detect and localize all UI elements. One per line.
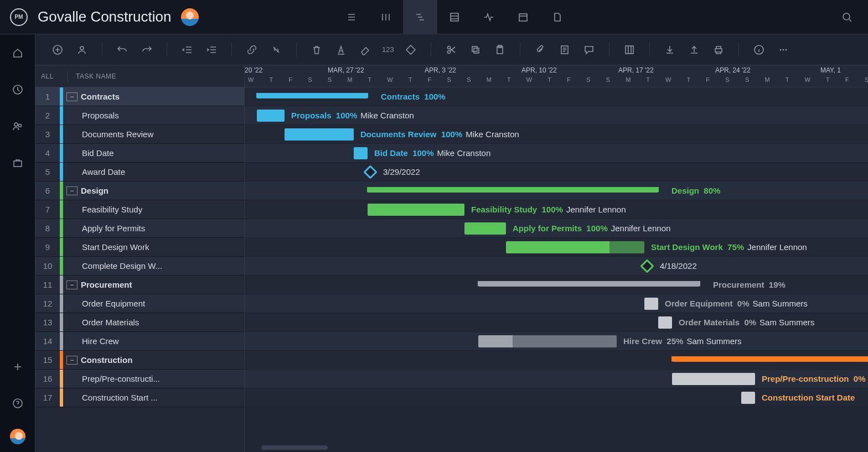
print-button[interactable] [707, 39, 730, 61]
comment-button[interactable] [578, 39, 600, 61]
horizontal-scrollbar[interactable] [261, 445, 328, 450]
team-button[interactable] [7, 115, 29, 137]
calendar-view-button[interactable] [506, 0, 540, 34]
task-row[interactable]: 2Proposals [35, 106, 244, 125]
gantt-chart[interactable]: ., 20 '22MAR, 27 '22APR, 3 '22APR, 10 '2… [245, 65, 868, 452]
info-button[interactable] [748, 39, 770, 61]
delete-button[interactable] [306, 39, 328, 61]
task-row[interactable]: 4Bid Date [35, 144, 244, 163]
gantt-row[interactable]: 4/18/2022 [245, 257, 868, 276]
task-row[interactable]: 10Complete Design W... [35, 257, 244, 276]
summary-bar[interactable] [368, 187, 658, 193]
more-button[interactable] [772, 39, 794, 61]
collapse-toggle[interactable]: − [66, 92, 78, 101]
gantt-row[interactable]: Contracts 100% [245, 87, 868, 106]
sheet-view-button[interactable] [437, 0, 472, 34]
indent-button[interactable] [200, 39, 223, 61]
paste-button[interactable] [489, 39, 511, 61]
files-view-button[interactable] [540, 0, 575, 34]
task-row[interactable]: 8Apply for Permits [35, 219, 244, 238]
summary-bar[interactable] [478, 281, 700, 287]
outdent-button[interactable] [176, 39, 198, 61]
collapse-toggle[interactable]: − [66, 186, 78, 195]
summary-bar[interactable] [672, 356, 868, 362]
collapse-toggle[interactable]: − [66, 280, 78, 289]
gantt-row[interactable]: Order Equipment 0%Sam Summers [245, 294, 868, 313]
collapse-toggle[interactable]: − [66, 356, 78, 365]
task-bar[interactable] [672, 373, 755, 385]
number-format-button[interactable]: 123 [379, 39, 397, 61]
assign-button[interactable] [71, 39, 93, 61]
gantt-view-button[interactable] [403, 0, 437, 34]
project-title[interactable]: Govalle Construction [38, 8, 171, 25]
milestone-button[interactable] [400, 39, 422, 61]
task-row[interactable]: 17Construction Start ... [35, 388, 244, 407]
undo-button[interactable] [111, 39, 133, 61]
dashboard-view-button[interactable] [472, 0, 506, 34]
board-view-button[interactable] [369, 0, 403, 34]
gantt-row[interactable]: Hire Crew 25%Sam Summers [245, 332, 868, 351]
recent-button[interactable] [7, 79, 29, 101]
gantt-row[interactable] [245, 351, 868, 370]
milestone-marker[interactable] [363, 165, 377, 179]
task-row[interactable]: 7Feasibility Study [35, 200, 244, 219]
list-view-button[interactable] [334, 0, 369, 34]
redo-button[interactable] [136, 39, 158, 61]
select-all-header[interactable]: ALL [41, 72, 60, 80]
gantt-row[interactable]: Documents Review 100%Mike Cranston [245, 125, 868, 144]
task-bar[interactable] [464, 222, 506, 235]
link-button[interactable] [241, 39, 263, 61]
attach-button[interactable] [529, 39, 551, 61]
summary-bar[interactable] [257, 93, 368, 98]
milestone-marker[interactable] [640, 259, 654, 273]
gantt-row[interactable]: Proposals 100%Mike Cranston [245, 106, 868, 125]
task-bar[interactable] [285, 128, 354, 141]
task-bar[interactable] [354, 147, 368, 159]
gantt-row[interactable]: Construction Start Date [245, 388, 868, 407]
task-row[interactable]: 16Prep/Pre-constructi... [35, 370, 244, 388]
task-bar[interactable] [257, 110, 285, 122]
task-name-header[interactable]: TASK NAME [76, 72, 116, 80]
search-button[interactable] [836, 6, 858, 28]
task-row[interactable]: 3Documents Review [35, 125, 244, 144]
project-avatar[interactable] [181, 8, 199, 26]
home-button[interactable] [7, 42, 29, 64]
gantt-row[interactable]: Prep/Pre-construction 0% [245, 370, 868, 388]
gantt-row[interactable]: Procurement 19% [245, 276, 868, 294]
task-bar[interactable] [644, 298, 658, 310]
help-button[interactable] [7, 392, 29, 414]
gantt-row[interactable]: Apply for Permits 100%Jennifer Lennon [245, 219, 868, 238]
task-bar[interactable] [506, 241, 644, 253]
task-row[interactable]: 9Start Design Work [35, 238, 244, 257]
task-row[interactable]: 13Order Materials [35, 313, 244, 332]
gantt-row[interactable]: Design 80% [245, 181, 868, 200]
notes-button[interactable] [554, 39, 576, 61]
task-row[interactable]: 12Order Equipment [35, 294, 244, 313]
user-avatar[interactable] [10, 429, 25, 444]
gantt-row[interactable]: Feasibility Study 100%Jennifer Lennon [245, 200, 868, 219]
task-row[interactable]: 14Hire Crew [35, 332, 244, 351]
gantt-timeline-header[interactable]: ., 20 '22MAR, 27 '22APR, 3 '22APR, 10 '2… [245, 65, 868, 87]
task-bar[interactable] [368, 204, 464, 216]
gantt-body[interactable]: Contracts 100%Proposals 100%Mike Cransto… [245, 87, 868, 407]
copy-button[interactable] [464, 39, 487, 61]
gantt-row[interactable]: 3/29/2022 [245, 163, 868, 181]
gantt-row[interactable]: Order Materials 0%Sam Summers [245, 313, 868, 332]
gantt-row[interactable]: Bid Date 100%Mike Cranston [245, 144, 868, 163]
portfolio-button[interactable] [7, 152, 29, 174]
add-button[interactable] [7, 356, 29, 378]
task-row[interactable]: 11−Procurement [35, 276, 244, 294]
task-row[interactable]: 6−Design [35, 181, 244, 200]
add-task-button[interactable] [46, 39, 69, 61]
task-row[interactable]: 5Award Date [35, 163, 244, 181]
columns-button[interactable] [618, 39, 640, 61]
task-bar[interactable] [478, 335, 617, 347]
task-bar[interactable] [741, 392, 755, 404]
format-button[interactable] [330, 39, 352, 61]
cut-button[interactable] [440, 39, 462, 61]
clear-format-button[interactable] [354, 39, 376, 61]
export-button[interactable] [683, 39, 705, 61]
task-row[interactable]: 15−Construction [35, 351, 244, 370]
task-row[interactable]: 1−Contracts [35, 87, 244, 106]
gantt-row[interactable]: Start Design Work 75%Jennifer Lennon [245, 238, 868, 257]
